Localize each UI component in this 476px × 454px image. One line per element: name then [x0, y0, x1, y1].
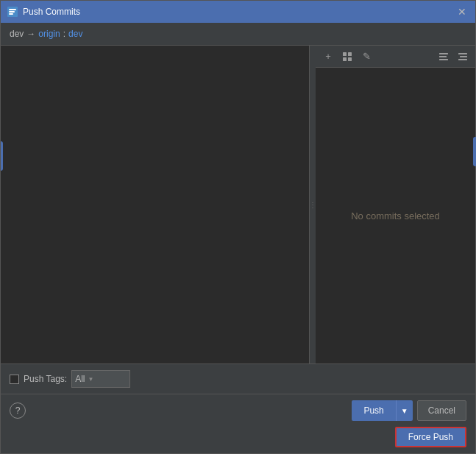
separator: :: [63, 29, 65, 39]
align-right-icon[interactable]: [455, 49, 471, 65]
svg-rect-12: [460, 56, 467, 57]
arrow: →: [26, 29, 35, 39]
help-button[interactable]: ?: [10, 402, 26, 419]
source-branch: dev: [10, 29, 24, 39]
push-tags-bar: Push Tags: All ▼: [1, 363, 475, 394]
right-sidebar-stub: [473, 137, 475, 166]
svg-rect-7: [348, 57, 352, 61]
dropdown-arrow-icon: ▼: [88, 376, 94, 383]
commits-list-panel: [1, 46, 310, 363]
tags-option: All: [75, 374, 85, 384]
cancel-button[interactable]: Cancel: [417, 400, 466, 421]
push-tags-label: Push Tags:: [24, 374, 67, 384]
target-branch[interactable]: dev: [68, 29, 82, 39]
main-content: ⋮ + ✎: [1, 46, 475, 363]
action-bar: ? Push ▼ Cancel Force Push: [1, 394, 475, 453]
close-button[interactable]: ✕: [455, 4, 469, 19]
detail-toolbar: + ✎: [316, 46, 475, 68]
push-commits-dialog: Push Commits ✕ dev → origin : dev ⋮ +: [0, 0, 476, 454]
push-button-group: Push ▼: [352, 400, 412, 421]
dialog-title: Push Commits: [23, 7, 80, 17]
remote-link[interactable]: origin: [38, 29, 60, 39]
force-push-button[interactable]: Force Push: [395, 427, 466, 447]
push-dropdown-button[interactable]: ▼: [396, 400, 413, 421]
svg-rect-4: [343, 52, 347, 56]
panel-splitter[interactable]: ⋮: [310, 46, 316, 363]
align-left-icon[interactable]: [436, 49, 452, 65]
title-bar-left: Push Commits: [7, 6, 80, 18]
svg-rect-9: [439, 56, 447, 57]
svg-rect-10: [439, 59, 448, 60]
svg-rect-2: [9, 11, 15, 13]
svg-rect-8: [439, 53, 448, 54]
push-button[interactable]: Push: [352, 400, 395, 421]
svg-rect-6: [343, 57, 347, 61]
branch-bar: dev → origin : dev: [1, 23, 475, 46]
toolbar-left-icons: + ✎: [320, 49, 374, 65]
grid-icon[interactable]: [339, 49, 355, 65]
tags-dropdown[interactable]: All ▼: [71, 370, 130, 388]
right-action-buttons: Push ▼ Cancel: [352, 400, 466, 421]
main-action-row: ? Push ▼ Cancel: [10, 400, 466, 421]
push-tags-group: Push Tags: All ▼: [10, 370, 130, 388]
svg-rect-3: [9, 13, 13, 15]
svg-rect-11: [458, 53, 467, 54]
commit-detail-panel: + ✎: [316, 46, 475, 363]
edit-icon[interactable]: ✎: [358, 49, 374, 65]
no-commits-message: No commits selected: [316, 68, 475, 363]
left-sidebar-stub: [1, 141, 3, 171]
svg-rect-13: [458, 59, 467, 60]
svg-rect-5: [348, 52, 352, 56]
title-bar: Push Commits ✕: [1, 1, 475, 23]
push-tags-checkbox[interactable]: [10, 375, 19, 384]
toolbar-right-icons: [436, 49, 471, 65]
add-icon[interactable]: +: [320, 49, 336, 65]
svg-rect-1: [9, 9, 16, 10]
force-push-row: Force Push: [10, 427, 466, 447]
app-icon: [7, 6, 18, 18]
